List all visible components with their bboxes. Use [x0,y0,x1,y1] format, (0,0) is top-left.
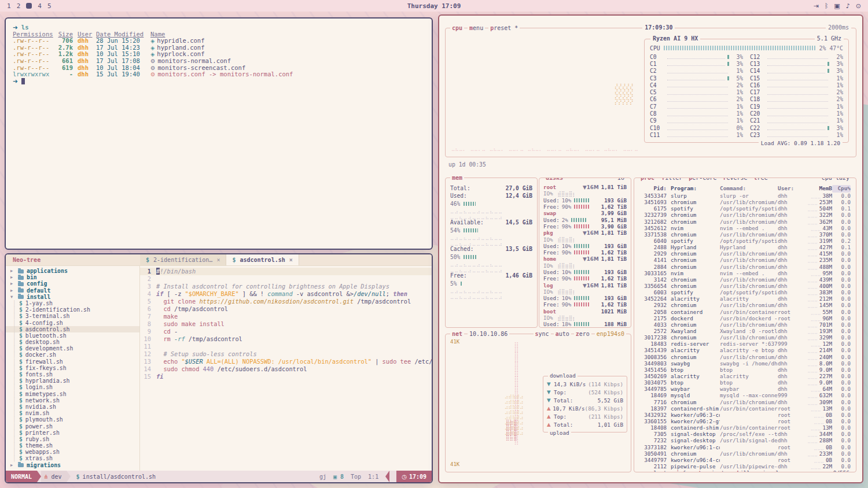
process-row[interactable]: 3451439alacrittyalacritty -e btopdhh⣀⣀⣀2… [638,347,852,353]
tree-item-config[interactable]: ▸config [6,280,139,287]
process-table-header[interactable]: Pid:Program:Command:User:MemBCpu% [638,185,852,193]
process-row[interactable]: 7716chromium/usr/lib/chromium/dhh⣀⣀⣀309M… [638,399,852,405]
tree-item-power.sh[interactable]: │$power.sh [6,423,139,430]
tree-item-printer.sh[interactable]: │$printer.sh [6,430,139,436]
tree-item-docker.sh[interactable]: │$docker.sh [6,352,139,358]
process-row[interactable]: 6003spotify/opt/spotify/spotidhh⣀⣀⣀383M0… [638,289,852,295]
process-row[interactable]: 3450269alacrittyalacrittydhh⣀⣀⣀227M0.0 [638,373,852,379]
process-row[interactable]: 2884chromium/usr/lib/chromium/dhh⣀⣀⣀488M… [638,264,852,270]
process-row[interactable]: 3142chromium/usr/lib/chromium/dhh⣀⣀⣀439M… [638,276,852,283]
screencast-icon[interactable]: ⇥ [814,2,819,10]
tree-item-development.sh[interactable]: │$development.sh [6,345,139,352]
process-row[interactable]: 3451693chromium/usr/lib/chromium/dhh⣀⣀⣀2… [638,199,852,205]
net-box-title[interactable]: net [450,331,464,337]
process-row[interactable]: 3212682chromium/usr/lib/chromium/dhh⣀⣀⣀3… [638,219,852,225]
mem-box-title[interactable]: mem [450,175,464,181]
process-row[interactable]: 3449797kworker/u96:4-coroot⣀⣀⣀0B0.0 [638,457,852,463]
process-row[interactable]: 6040spotify/opt/spotify/spotidhh⣀⣀⣀319M0… [638,238,852,244]
net-interface[interactable]: enp194s0 [595,331,626,337]
process-row[interactable]: 18483redis-serverredis-server *:637999⣀⣀… [638,341,852,347]
code-editor[interactable]: 1#!/bin/bash23# Install asdcontrol for c… [140,266,432,471]
process-row[interactable]: 3452612nvimnvim --embed .dhh⣀⣀⣀43M0.0 [638,225,852,231]
tree-item-bluetooth.sh[interactable]: │$bluetooth.sh [6,332,139,339]
net-zero-button[interactable]: zero [574,331,591,337]
disks-box-title[interactable]: disks [544,178,565,181]
process-row[interactable]: 4033chromium/usr/lib/chromium/dhh⣀⣀⣀701M… [638,321,852,328]
tree-item-applications[interactable]: ▸applications [6,268,139,274]
tree-item-default[interactable]: ▸default [6,287,139,294]
process-row[interactable]: 3232739chromium/usr/lib/chromium/dhh⣀⣀⣀3… [638,212,852,218]
tree-item-mimetypes.sh[interactable]: │$mimetypes.sh [6,391,139,397]
process-row[interactable]: 6175spotify/opt/spotify/spotidhh⣀⣀⣀504M0… [638,205,852,212]
tree-item-ruby.sh[interactable]: │$ruby.sh [6,436,139,442]
tree-item-nvim.sh[interactable]: │$nvim.sh [6,410,139,416]
tree-item-nvidia.sh[interactable]: │$nvidia.sh [6,404,139,410]
process-row[interactable]: 2929chromium/usr/lib/chromium/dhh⣀⣀⣀415M… [638,250,852,257]
net-auto-button[interactable]: auto [554,331,571,337]
tree-item-network.sh[interactable]: │$network.sh [6,397,139,404]
process-row[interactable]: 3432932kworker/u96:3-coroot⣀⣀⣀0B0.0 [638,412,852,418]
tree-item-migrations[interactable]: ▸migrations [6,462,139,468]
process-row[interactable]: 3008356chromium/usr/lib/chromium/dhh⣀⣀⣀2… [638,354,852,360]
select-button[interactable]: ↑ select [639,469,668,472]
btop-preset-button[interactable]: preset * [488,25,520,31]
process-row[interactable]: 3371538chromium/usr/lib/chromium/dhh⣀⣀⣀3… [638,231,852,238]
workspace-5[interactable]: 5 [47,2,52,10]
tree-item-asdcontrol.sh[interactable]: │$asdcontrol.sh [6,326,139,332]
workspace-2[interactable]: 2 [17,2,21,10]
power-icon[interactable]: ⊙ [856,2,861,10]
proc-reverse-button[interactable]: reverse [721,178,749,181]
process-row[interactable]: 3373182kworker/u96:1-coroot⣀⣀⣀0B0.0 [638,443,852,450]
process-row[interactable]: 18469mysqldmysqld --max-conne999⣀⣀⣀632M0… [638,392,852,398]
proc-kill-button[interactable]: kill [735,469,752,472]
editor-tab-2-identification-[interactable]: $2-identification…× [140,254,226,265]
update-interval[interactable]: 2000ms [826,24,851,31]
bluetooth-icon[interactable]: ᛒ [825,2,829,10]
process-row[interactable]: 2488HyprlandHyprlanddhh⣀⣀⣀427M0.1 [638,244,852,250]
tree-item-3-terminal.sh[interactable]: │$3-terminal.sh [6,313,139,319]
process-row[interactable]: 3034075btopbtopdhh⣀⣀⣀9.0M0.0 [638,379,852,386]
workspace-1[interactable]: 1 [7,2,11,10]
process-row[interactable]: 2112pipewire-pulse/usr/lib/pipewire-dhh⣀… [638,463,852,469]
tree-item-bin[interactable]: ▸bin [6,274,139,280]
process-row[interactable]: 4141chromium/usr/lib/chromium/dhh⣀⣀⣀235M… [638,257,852,263]
io-mode-button[interactable]: io [616,178,626,181]
tab-close-icon[interactable]: × [216,257,220,263]
proc-header-Cpu%[interactable]: Cpu% [832,185,851,193]
workspace-3-active[interactable] [26,3,32,9]
tree-item-4-config.sh[interactable]: │$4-config.sh [6,320,139,326]
process-row[interactable]: 18408containerd-shim/usr/bin/containerro… [638,424,852,431]
proc-header-Pid[interactable]: Pid: [639,185,667,193]
editor-tab-asdcontrol-sh[interactable]: $asdcontrol.sh× [226,254,299,265]
proc-terminate-button[interactable]: terminate [697,469,730,472]
proc-header-MemB[interactable]: MemB [796,185,832,193]
proc-info-button[interactable]: info [674,469,691,472]
tree-item-1-yay.sh[interactable]: │$1-yay.sh [6,300,139,306]
tree-item-theme.sh[interactable]: │$theme.sh [6,442,139,449]
process-row[interactable]: 3451456btopbtopdhh⣀⣀⣀9.0M0.0 [638,367,852,373]
process-row[interactable]: 3356654chromium/usr/lib/chromium/dhh⣀⣀⣀4… [638,283,852,289]
proc-tree-button[interactable]: tree [752,178,770,181]
tab-close-icon[interactable]: × [289,257,293,263]
tree-item-login.sh[interactable]: │$login.sh [6,384,139,390]
net-sync-button[interactable]: sync [534,331,551,337]
tree-item-fonts.sh[interactable]: │$fonts.sh [6,371,139,378]
process-row[interactable]: 7232signal-desktop/usr/lib/signal-dedhh⣀… [638,437,852,443]
process-row[interactable]: 3449803swaybgswaybg -i /home/dhdhh⣀⣀⣀8.0… [638,360,852,367]
display-icon[interactable]: ▣ [834,2,840,10]
process-row[interactable]: 3033165nvimnvim --embed .dhh⣀⣀⣀95M0.0 [638,270,852,276]
proc-per-core-button[interactable]: per-core [687,178,718,181]
tree-item-hyprlandia.sh[interactable]: │$hyprlandia.sh [6,378,139,384]
tree-item-xtras.sh[interactable]: │$xtras.sh [6,455,139,461]
tree-item-webapps.sh[interactable]: │$webapps.sh [6,449,139,455]
proc-filter-button[interactable]: filter [660,178,684,181]
process-row[interactable]: 3360155kworker/u96:2-gfroot⣀⣀⣀0B0.0 [638,418,852,424]
terminal-window[interactable]: ➜ ls PermissionsSizeUserDate ModifiedNam… [5,17,433,250]
tree-item-2-identification.sh[interactable]: │$2-identification.sh [6,306,139,313]
proc-header-Command[interactable]: Command: [720,185,778,193]
process-row[interactable]: 3050491chromium/usr/lib/chromium/dhh⣀⣀⣀2… [638,450,852,457]
process-row[interactable]: 7305signal-desktop/proc/self/exe --tdhh⣀… [638,431,852,437]
process-row[interactable]: 3017238chromium/usr/lib/chromium/dhh⣀⣀⣀3… [638,334,852,341]
process-row[interactable]: 3453347slurpslurp -ordhh⣀⣀⣀38M0.0 [638,193,852,199]
tree-item-plymouth.sh[interactable]: │$plymouth.sh [6,416,139,423]
